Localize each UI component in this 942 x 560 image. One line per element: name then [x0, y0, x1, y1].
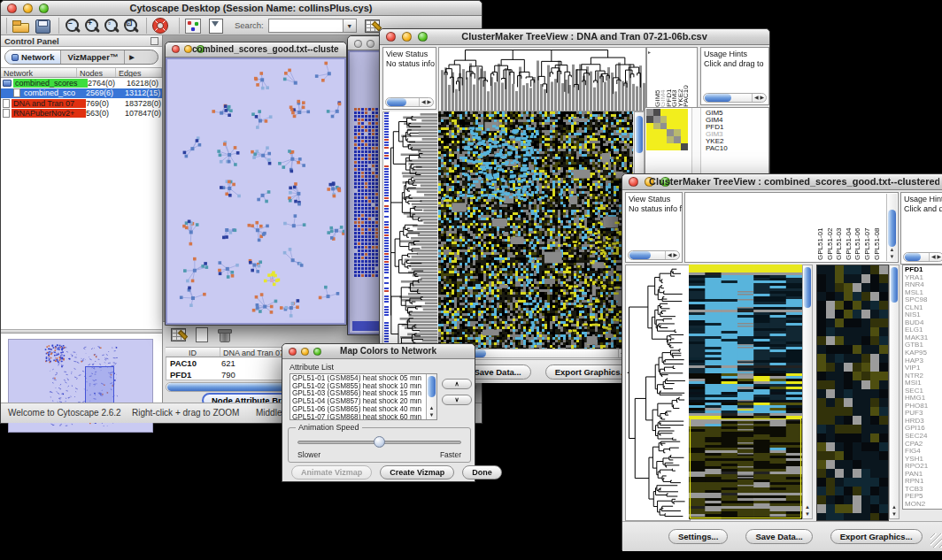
- float-panel-icon[interactable]: [151, 37, 158, 45]
- new-attribute-icon[interactable]: [192, 326, 212, 343]
- column-label[interactable]: GIM3: [672, 50, 677, 107]
- heatmap-canvas[interactable]: [689, 265, 802, 519]
- column-label[interactable]: GPL51-01 (GSM854): [816, 195, 826, 260]
- matrix-cell[interactable]: [681, 123, 688, 130]
- minimize-button[interactable]: [367, 40, 374, 48]
- attribute-select-icon[interactable]: [169, 326, 189, 343]
- main-titlebar[interactable]: Cytoscape Desktop (Session Name: collins…: [1, 1, 482, 16]
- scrollbar-thumb[interactable]: [705, 94, 731, 102]
- matrix-cell[interactable]: [653, 116, 660, 123]
- vscrollbar-thumb[interactable]: [428, 376, 436, 397]
- overview-divider[interactable]: [1, 329, 162, 334]
- matrix-cell[interactable]: [660, 129, 668, 136]
- attribute-list-item[interactable]: GPL51-02 (GSM855) heat shock 10 min: [292, 383, 424, 391]
- matrix-cell[interactable]: [681, 129, 688, 136]
- similarity-matrix[interactable]: [646, 109, 688, 150]
- attribute-list-item[interactable]: GPL51-04 (GSM857) heat shock 20 min: [292, 398, 424, 406]
- column-label[interactable]: GIM4: [660, 50, 666, 107]
- help-lifering-icon[interactable]: [151, 17, 170, 35]
- matrix-cell[interactable]: [653, 129, 660, 136]
- close-button[interactable]: [629, 177, 638, 187]
- network-list-row[interactable]: combined_sco2569(6)13112(15): [1, 88, 162, 99]
- column-label[interactable]: GPL51-06 (GSM865): [853, 195, 863, 260]
- minimize-button[interactable]: [301, 348, 309, 356]
- attribute-list-item[interactable]: GPL51-01 (GSM854) heat shock 05 min: [292, 375, 424, 383]
- matrix-cell[interactable]: [667, 143, 674, 150]
- matrix-cell[interactable]: [681, 109, 688, 116]
- matrix-cell[interactable]: [653, 136, 660, 143]
- scrollbar-thumb[interactable]: [387, 98, 406, 106]
- tab-network[interactable]: Network: [5, 50, 61, 64]
- matrix-cell[interactable]: [674, 136, 681, 143]
- save-data--button[interactable]: Save Data...: [745, 529, 812, 544]
- matrix-cell[interactable]: [660, 123, 668, 130]
- matrix-cell[interactable]: [653, 143, 660, 150]
- filter-icon[interactable]: [206, 17, 226, 35]
- matrix-cell[interactable]: [646, 136, 653, 143]
- vizmapper-nodes-icon[interactable]: [183, 17, 203, 35]
- col-nodes[interactable]: Nodes: [77, 68, 116, 77]
- column-label[interactable]: GPL51-08 (GSM872): [873, 195, 883, 260]
- search-input[interactable]: [268, 19, 344, 33]
- col-id[interactable]: ID: [166, 348, 220, 357]
- vscrollbar-thumb[interactable]: [804, 267, 811, 308]
- matrix-cell[interactable]: [660, 116, 668, 123]
- zoom-selected-icon[interactable]: ▫: [102, 17, 121, 35]
- expand-arrow-icon[interactable]: ▸: [648, 49, 651, 55]
- matrix-cell[interactable]: [681, 116, 688, 123]
- row-dendrogram-canvas[interactable]: [390, 111, 437, 359]
- close-button[interactable]: [289, 348, 297, 356]
- column-label[interactable]: GPL51-02 (GSM855): [826, 195, 836, 260]
- zoom-vscrollbar[interactable]: ▲ ▼: [889, 265, 900, 519]
- move-down-button[interactable]: ∨: [442, 395, 472, 405]
- zoom-heatmap-canvas[interactable]: [816, 265, 889, 521]
- matrix-cell[interactable]: [681, 136, 688, 143]
- matrix-cell[interactable]: [660, 109, 668, 116]
- scroll-left-icon[interactable]: ◀ ▶: [419, 98, 433, 106]
- matrix-cell[interactable]: [667, 123, 674, 130]
- scrollbar-thumb[interactable]: [905, 253, 921, 261]
- treeview2-titlebar[interactable]: ClusterMaker TreeView : combined_scores_…: [622, 174, 942, 190]
- scrollbar-thumb[interactable]: [629, 251, 651, 259]
- matrix-cell[interactable]: [653, 123, 660, 130]
- delete-attribute-icon[interactable]: [215, 326, 235, 343]
- move-up-button[interactable]: ∧: [442, 379, 472, 389]
- scroll-down-icon[interactable]: ▼: [890, 510, 899, 518]
- vscrollbar-thumb[interactable]: [888, 210, 896, 247]
- network-window-titlebar[interactable]: combined_scores_good.txt--cluste...: [166, 42, 346, 58]
- zoom-out-icon[interactable]: −: [63, 17, 82, 35]
- matrix-cell[interactable]: [674, 109, 681, 116]
- done-button[interactable]: Done: [462, 465, 502, 479]
- open-session-icon[interactable]: [11, 17, 30, 35]
- matrix-cell[interactable]: [674, 116, 681, 123]
- view-status-scrollbar[interactable]: ◀ ▶: [385, 97, 434, 107]
- save-session-icon[interactable]: [33, 17, 52, 35]
- zoom-in-icon[interactable]: +: [82, 17, 102, 35]
- column-label[interactable]: GPL51-03 (GSM856): [835, 195, 845, 260]
- export-graphics--button[interactable]: Export Graphics...: [830, 529, 923, 544]
- tab-overflow-arrow[interactable]: ▶: [125, 50, 138, 64]
- scroll-up-icon[interactable]: ▲: [890, 503, 899, 510]
- column-label[interactable]: GPL51-07 (GSM868): [863, 195, 873, 260]
- scroll-down-icon[interactable]: ▼: [803, 510, 812, 518]
- resize-grip[interactable]: [930, 533, 942, 548]
- matrix-cell[interactable]: [667, 116, 674, 123]
- matrix-cell[interactable]: [646, 116, 653, 123]
- attribute-list-item[interactable]: GPL51-07 (GSM868) heat shock 60 min: [292, 414, 424, 420]
- heatmap-vscrollbar[interactable]: ▲ ▼: [802, 265, 813, 519]
- column-area-vscrollbar[interactable]: ▲ ▼: [886, 194, 897, 261]
- matrix-cell[interactable]: [646, 123, 653, 130]
- matrix-cell[interactable]: [653, 109, 660, 116]
- animation-speed-slider-thumb[interactable]: [374, 436, 385, 448]
- attribute-list-item[interactable]: GPL51-06 (GSM865) heat shock 40 min: [292, 406, 424, 414]
- close-button[interactable]: [354, 40, 362, 48]
- treeview1-titlebar[interactable]: ClusterMaker TreeView : DNA and Tran 07-…: [380, 29, 769, 45]
- attribute-list-item[interactable]: GPL51-03 (GSM856) heat shock 15 min: [292, 390, 424, 398]
- matrix-cell[interactable]: [674, 129, 681, 136]
- matrix-cell[interactable]: [660, 143, 668, 150]
- matrix-cell[interactable]: [646, 143, 653, 150]
- scroll-arrows-icon[interactable]: ◀ ▶: [665, 251, 679, 259]
- tab-vizmapper[interactable]: VizMapper™: [61, 50, 125, 64]
- matrix-cell[interactable]: [646, 129, 653, 136]
- matrix-cell[interactable]: [667, 129, 674, 136]
